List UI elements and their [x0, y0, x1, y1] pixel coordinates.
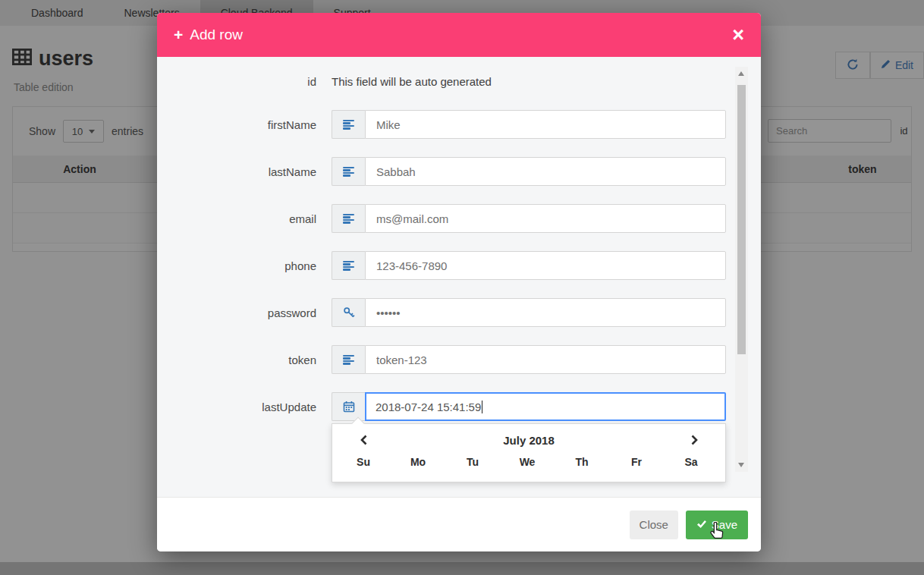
field-label: firstName — [157, 118, 332, 131]
input-group: 2018-07-24 15:41:59 — [332, 392, 726, 421]
field-row-lastupdate: lastUpdate 2018-07-24 15:41:59 — [157, 392, 761, 421]
firstname-field[interactable] — [365, 110, 726, 139]
close-icon[interactable]: × — [732, 25, 744, 46]
weekday-label: Sa — [664, 456, 718, 468]
weekday-label: Su — [336, 456, 391, 468]
datepicker-weekday-row: Su Mo Tu We Th Fr Sa — [332, 456, 725, 468]
modal-body: id This field will be auto generated fir… — [157, 57, 761, 497]
weekday-label: Mo — [391, 456, 445, 468]
text-caret — [482, 401, 482, 413]
plus-icon: + — [174, 26, 183, 44]
weekday-label: Fr — [609, 456, 664, 468]
scrollbar-thumb[interactable] — [737, 85, 746, 354]
datepicker-popup: July 2018 Su Mo Tu We Th Fr Sa — [332, 423, 726, 482]
align-left-icon — [332, 345, 365, 374]
chevron-right-icon[interactable] — [667, 435, 721, 445]
field-row-token: token — [157, 345, 761, 374]
field-label: password — [157, 306, 332, 319]
field-label: lastName — [157, 165, 332, 178]
field-row-lastname: lastName — [157, 157, 761, 186]
field-row-password: password — [157, 298, 761, 327]
field-label: lastUpdate — [157, 401, 332, 413]
password-field[interactable] — [365, 298, 726, 327]
modal-header: + Add row × — [157, 13, 761, 57]
modal-footer: Close Save — [157, 497, 761, 551]
field-static-value: This field will be auto generated — [332, 75, 492, 88]
modal-title: Add row — [190, 27, 243, 43]
field-label: id — [157, 75, 332, 88]
scroll-up-icon[interactable] — [738, 71, 744, 76]
datepicker-header: July 2018 — [332, 424, 725, 456]
field-row-id: id This field will be auto generated — [157, 74, 761, 89]
input-group — [332, 345, 726, 374]
datepicker-month-label[interactable]: July 2018 — [391, 434, 667, 447]
close-button[interactable]: Close — [630, 511, 678, 539]
field-label: email — [157, 212, 332, 225]
input-group — [332, 204, 726, 233]
token-field[interactable] — [365, 345, 726, 374]
field-row-firstname: firstName — [157, 110, 761, 139]
check-icon — [696, 518, 706, 531]
phone-field[interactable] — [365, 251, 726, 280]
field-label: token — [157, 353, 332, 366]
field-label: phone — [157, 259, 332, 272]
input-group — [332, 298, 726, 327]
input-group — [332, 110, 726, 139]
align-left-icon — [332, 251, 365, 280]
modal-scrollbar[interactable] — [735, 67, 748, 472]
email-field[interactable] — [365, 204, 726, 233]
scroll-down-icon[interactable] — [738, 463, 744, 467]
lastupdate-field[interactable]: 2018-07-24 15:41:59 — [365, 392, 726, 421]
field-row-email: email — [157, 204, 761, 233]
add-row-modal: + Add row × id This field will be auto g… — [157, 13, 761, 551]
weekday-label: We — [500, 456, 555, 468]
lastupdate-value: 2018-07-24 15:41:59 — [376, 401, 481, 413]
lastname-field[interactable] — [365, 157, 726, 186]
key-icon — [332, 298, 365, 327]
weekday-label: Tu — [445, 456, 500, 468]
align-left-icon — [332, 157, 365, 186]
weekday-label: Th — [555, 456, 609, 468]
align-left-icon — [332, 204, 365, 233]
align-left-icon — [332, 110, 365, 139]
field-row-phone: phone — [157, 251, 761, 280]
input-group — [332, 157, 726, 186]
chevron-left-icon[interactable] — [336, 435, 391, 445]
cursor-hand-icon — [708, 522, 724, 545]
calendar-icon — [332, 392, 365, 421]
input-group — [332, 251, 726, 280]
